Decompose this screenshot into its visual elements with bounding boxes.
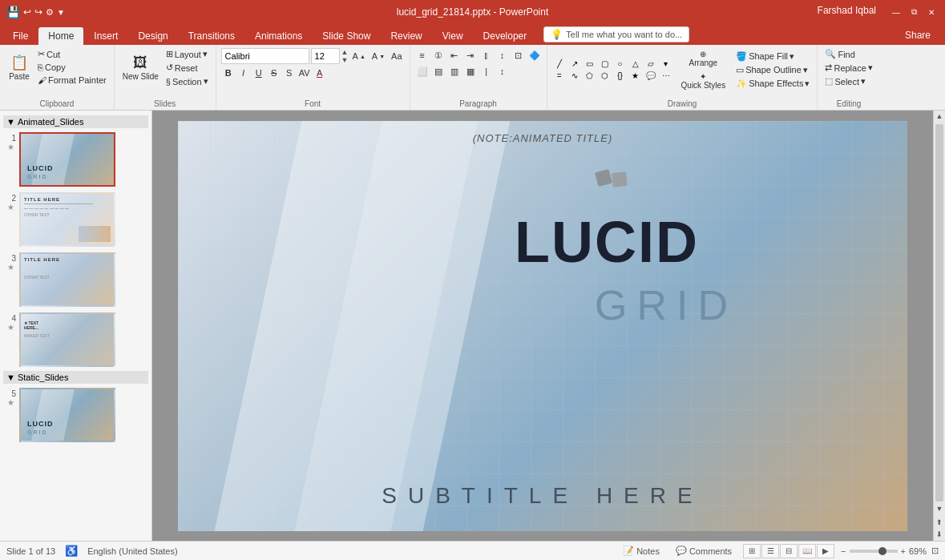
- align-left-button[interactable]: ⬜: [415, 64, 430, 79]
- reset-button[interactable]: ↺ Reset: [164, 62, 211, 74]
- quick-styles-button[interactable]: ✦ Quick Styles: [678, 71, 729, 91]
- find-button[interactable]: 🔍 Find: [822, 48, 874, 60]
- scroll-thumb[interactable]: [935, 124, 943, 502]
- font-size-input[interactable]: [311, 48, 340, 64]
- scroll-up-btn[interactable]: ▲: [934, 111, 945, 123]
- shape-fill-button[interactable]: 🪣 Shape Fill ▾: [733, 50, 812, 62]
- underline-button[interactable]: U: [252, 66, 266, 80]
- shape-tri[interactable]: △: [628, 58, 643, 70]
- arrange-button[interactable]: ⊕ Arrange: [678, 48, 729, 69]
- select-button[interactable]: ⬚ Select ▾: [822, 75, 874, 87]
- increase-indent-button[interactable]: ⇥: [463, 48, 478, 62]
- align-text-button[interactable]: ⊡: [511, 48, 526, 62]
- comments-button[interactable]: 💬 Comments: [671, 545, 737, 557]
- close-btn[interactable]: ✕: [924, 5, 939, 19]
- normal-view-btn[interactable]: ⊞: [743, 544, 761, 558]
- shape-effects-button[interactable]: ✨ Shape Effects ▾: [733, 78, 812, 90]
- tab-transitions[interactable]: Transitions: [179, 27, 244, 45]
- section-animated[interactable]: ▼ Animated_Slides: [3, 115, 148, 128]
- bullets-button[interactable]: ≡: [415, 48, 430, 62]
- zoom-out-btn[interactable]: −: [841, 546, 846, 556]
- slideshow-btn[interactable]: ▶: [817, 544, 834, 558]
- increase-font-button[interactable]: A▲: [350, 50, 368, 62]
- copy-button[interactable]: ⎘ Copy: [35, 62, 109, 73]
- tab-home[interactable]: Home: [38, 27, 83, 45]
- shadow-button[interactable]: S: [282, 66, 297, 80]
- shape-para[interactable]: ▱: [644, 58, 658, 70]
- shape-pentagon[interactable]: ⬠: [583, 71, 597, 82]
- minimize-btn[interactable]: —: [889, 5, 903, 19]
- shape-arrow[interactable]: ↗: [567, 58, 582, 70]
- smartart-button[interactable]: 🔷: [527, 48, 542, 62]
- font-size-increase[interactable]: ▲: [341, 48, 349, 56]
- section-static[interactable]: ▼ Static_Slides: [3, 371, 148, 384]
- undo-icon[interactable]: ↩: [23, 6, 31, 18]
- slide-sorter-btn[interactable]: ⊟: [780, 544, 798, 558]
- shape-circle[interactable]: ○: [613, 58, 628, 70]
- zoom-in-btn[interactable]: +: [901, 546, 906, 556]
- scroll-expand-down[interactable]: ⬇: [934, 529, 945, 541]
- notes-button[interactable]: 📝 Notes: [618, 545, 664, 557]
- outline-view-btn[interactable]: ☰: [761, 544, 779, 558]
- text-direction-button[interactable]: ↕: [495, 48, 510, 62]
- reading-view-btn[interactable]: 📖: [798, 544, 816, 558]
- format-painter-button[interactable]: 🖌 Format Painter: [35, 75, 109, 86]
- paste-button[interactable]: 📋 Paste: [5, 52, 34, 83]
- tab-insert[interactable]: Insert: [84, 27, 127, 45]
- scroll-down-btn[interactable]: ▼: [934, 503, 945, 515]
- restore-btn[interactable]: ⧉: [907, 5, 921, 19]
- restore-icon[interactable]: ⚙: [46, 7, 54, 18]
- shape-eq[interactable]: =: [552, 71, 567, 82]
- font-color-button[interactable]: A: [313, 66, 327, 80]
- tell-me-box[interactable]: 💡 Tell me what you want to do...: [543, 26, 689, 42]
- section-button[interactable]: § Section ▾: [164, 75, 211, 87]
- shape-more[interactable]: ▾: [659, 58, 673, 70]
- clear-format-button[interactable]: Aa: [389, 50, 404, 62]
- align-center-button[interactable]: ▤: [431, 64, 446, 79]
- shape-rounded[interactable]: ▢: [598, 58, 612, 70]
- decrease-font-button[interactable]: A▼: [370, 50, 387, 62]
- shape-rect[interactable]: ▭: [583, 58, 597, 70]
- zoom-slider[interactable]: [850, 550, 898, 553]
- language[interactable]: English (United States): [87, 546, 178, 556]
- line-spacing-button[interactable]: ↕: [495, 64, 510, 79]
- slide-thumb-2[interactable]: 2 ★ TITLE HERE — — — — — — — — — OTHER T…: [3, 191, 148, 248]
- shape-curve[interactable]: ∿: [567, 71, 582, 82]
- tab-slideshow[interactable]: Slide Show: [313, 27, 380, 45]
- replace-button[interactable]: ⇄ Replace ▾: [822, 62, 874, 74]
- tab-developer[interactable]: Developer: [474, 27, 537, 45]
- columns-button[interactable]: ⫿: [479, 48, 494, 62]
- numbering-button[interactable]: ①: [431, 48, 446, 62]
- share-button[interactable]: Share: [897, 28, 939, 42]
- accessibility-icon[interactable]: ♿: [65, 545, 78, 557]
- col-sep-button[interactable]: |: [479, 64, 494, 79]
- tab-view[interactable]: View: [433, 27, 473, 45]
- char-spacing-button[interactable]: AV: [297, 66, 312, 80]
- slide-canvas[interactable]: (NOTE:ANIMATED TITLE) LUCID GRID SUBTITL…: [178, 121, 907, 531]
- font-size-decrease[interactable]: ▼: [341, 56, 349, 64]
- shape-outline-button[interactable]: ▭ Shape Outline ▾: [733, 64, 812, 76]
- tab-file[interactable]: File: [3, 27, 38, 45]
- decrease-indent-button[interactable]: ⇤: [447, 48, 462, 62]
- bold-button[interactable]: B: [221, 66, 236, 80]
- tab-design[interactable]: Design: [128, 27, 177, 45]
- save-icon[interactable]: 💾: [6, 6, 20, 18]
- justify-button[interactable]: ▦: [463, 64, 478, 79]
- shape-more2[interactable]: ⋯: [659, 71, 673, 82]
- slide-thumb-1[interactable]: 1 ★ LUCIDGRID: [3, 131, 148, 188]
- redo-icon[interactable]: ↪: [34, 6, 42, 18]
- tab-review[interactable]: Review: [381, 27, 431, 45]
- customize-icon[interactable]: ▼: [57, 8, 65, 17]
- shape-star[interactable]: ★: [628, 71, 643, 82]
- scroll-expand-up[interactable]: ⬆: [934, 517, 945, 529]
- slide-thumb-4[interactable]: 4 ★ ★ TEXTHERE... MAKER TEXT: [3, 311, 148, 369]
- tab-animations[interactable]: Animations: [245, 27, 312, 45]
- shape-hex[interactable]: ⬡: [598, 71, 612, 82]
- slide-thumb-3[interactable]: 3 ★ TITLE HERE OTHER TEXT: [3, 251, 148, 308]
- shape-line[interactable]: ╱: [552, 58, 567, 70]
- fit-btn[interactable]: ⊡: [931, 546, 939, 556]
- strikethrough-button[interactable]: S: [267, 66, 281, 80]
- font-name-input[interactable]: [221, 48, 309, 64]
- layout-button[interactable]: ⊞ Layout ▾: [164, 48, 211, 60]
- shape-callout[interactable]: 💬: [644, 71, 658, 82]
